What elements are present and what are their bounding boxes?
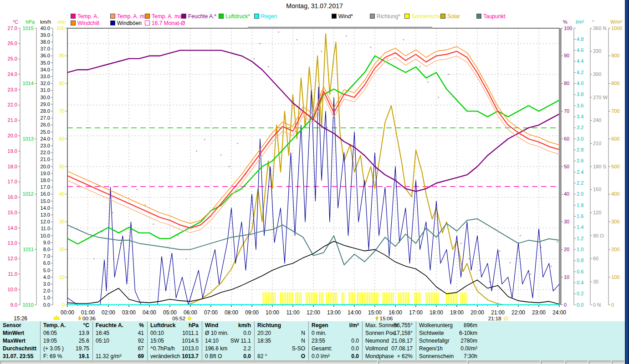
svg-text:19.0: 19.0 — [41, 171, 50, 176]
legend-label: Richtung* — [377, 13, 400, 20]
svg-text:30: 30 — [59, 219, 65, 224]
legend-item-1-5: Regen — [254, 13, 277, 19]
svg-text:6.0: 6.0 — [43, 260, 50, 266]
svg-text:23.0: 23.0 — [41, 143, 50, 148]
svg-text:11.0: 11.0 — [41, 226, 50, 231]
table-cell: 00:101011.1 — [148, 329, 202, 337]
svg-text:25.0: 25.0 — [8, 56, 17, 61]
table-cell: Max. Sonnen56,755° — [363, 322, 416, 329]
legend-swatch-icon — [219, 14, 224, 19]
legend-label: Temp. A. max — [152, 13, 185, 20]
cell-value: 0.0 — [204, 353, 251, 360]
svg-text:35.0: 35.0 — [41, 60, 50, 66]
svg-text:03:00: 03:00 — [122, 309, 136, 316]
svg-text:26.0: 26.0 — [41, 122, 50, 127]
svg-text:0.0: 0.0 — [43, 302, 50, 308]
legend-swatch-icon — [145, 20, 150, 25]
moonrise-icon — [375, 316, 378, 320]
legend-swatch-icon — [110, 14, 115, 19]
svg-text:400: 400 — [611, 191, 619, 197]
svg-text:1014: 1014 — [23, 81, 34, 86]
table-column-4: Windkm/hØ 10 min.0.014:10SW 11.1196.6 km… — [202, 321, 255, 361]
cell-value: SW 11.1 — [204, 337, 251, 345]
statusbar-panel-0 — [0, 361, 378, 364]
statusbar-panel-2 — [468, 361, 540, 364]
svg-text:°: ° — [592, 19, 594, 25]
svg-text:80: 80 — [59, 81, 65, 86]
stats-table: SensorMinWertMaxWertDurchschnitt31.07. 2… — [0, 321, 625, 361]
svg-text:26.0: 26.0 — [8, 40, 17, 46]
table-cell: MinWert — [0, 329, 40, 337]
svg-text:1.8: 1.8 — [577, 202, 583, 208]
svg-text:W/m²: W/m² — [610, 19, 623, 25]
legend-swatch-icon — [71, 20, 76, 25]
svg-text:27.0: 27.0 — [8, 25, 17, 31]
cell-value: 19.1 — [42, 353, 89, 360]
svg-text:11:00: 11:00 — [286, 309, 299, 316]
table-column-7: Max. Sonnen56,755°Sonnen Pos-17,158°Neum… — [362, 321, 416, 361]
table-cell: Windkm/h — [202, 322, 255, 329]
table-cell: Sonnen Pos-17,158° — [363, 329, 416, 337]
legend-label: Wind* — [338, 13, 353, 20]
table-cell: Sensor — [0, 322, 40, 329]
legend-label: Windchill — [77, 20, 99, 26]
svg-text:14.0: 14.0 — [8, 225, 17, 231]
cell-value: 07.08.17 — [364, 345, 413, 353]
table-cell: F: 69 %19.1 — [41, 353, 93, 360]
cell-value: 19.75 — [42, 345, 89, 353]
svg-text:06:00: 06:00 — [184, 309, 197, 316]
svg-text:5.0: 5.0 — [43, 268, 50, 273]
svg-text:33.0: 33.0 — [41, 74, 50, 79]
svg-text:16.0: 16.0 — [8, 194, 17, 200]
cell-value: 2.2 — [204, 345, 251, 353]
cell-value: 13.9 — [42, 329, 89, 337]
svg-text:15.0: 15.0 — [8, 210, 17, 215]
cell-label: MaxWert — [3, 337, 26, 345]
legend-item-2-1: Windböen — [110, 20, 142, 26]
cell-value: 69 — [95, 353, 144, 360]
svg-text:90: 90 — [59, 53, 65, 58]
table-cell: 82 °O — [255, 353, 309, 360]
svg-text:3.6: 3.6 — [577, 103, 583, 108]
svg-text:1000: 1000 — [611, 25, 622, 31]
svg-text:38.0: 38.0 — [41, 39, 50, 45]
svg-text:13.0: 13.0 — [8, 240, 17, 246]
svg-text:20: 20 — [59, 247, 65, 252]
svg-text:05:52: 05:52 — [172, 316, 185, 321]
legend-item-1-7: Richtung* — [370, 13, 400, 19]
table-cell: 05:1092 — [93, 337, 148, 345]
cell-value: 67 — [95, 345, 144, 353]
svg-text:80: 80 — [564, 81, 569, 86]
cell-value: 6-10km — [418, 329, 477, 337]
svg-text:40.0: 40.0 — [41, 25, 50, 31]
table-cell: Ø 10 min.0.0 — [202, 329, 255, 337]
table-cell: veränderlich1013.7 — [148, 353, 202, 360]
svg-text:1.0: 1.0 — [577, 247, 583, 252]
svg-text:60: 60 — [564, 136, 569, 142]
cell-value: 896m — [418, 322, 477, 329]
legend-swatch-icon — [71, 14, 76, 19]
cell-value: km/h — [204, 322, 251, 329]
svg-text:8.0: 8.0 — [43, 247, 50, 252]
svg-text:12.0: 12.0 — [8, 256, 17, 261]
table-cell: Regen/1h0.0l/m² — [416, 345, 542, 353]
table-cell: Durchschnitt — [0, 345, 40, 353]
svg-text:4.0: 4.0 — [577, 81, 583, 86]
table-cell: 31.07. 23:55 — [0, 353, 40, 360]
svg-text:1012: 1012 — [23, 191, 34, 197]
cell-value: -17,158° — [364, 329, 413, 337]
legend-item-1-8: Sonnenschein — [404, 13, 446, 19]
cell-value: O — [256, 353, 305, 360]
cell-value: 41 — [95, 329, 144, 337]
svg-text:23.0: 23.0 — [8, 87, 17, 92]
legend-item-1-2: Temp. A. max — [145, 13, 185, 19]
svg-text:0 N: 0 N — [593, 302, 601, 308]
svg-text:20.0: 20.0 — [41, 164, 50, 169]
svg-text:13:00: 13:00 — [327, 309, 341, 316]
svg-text:18.0: 18.0 — [8, 164, 17, 169]
svg-text:240: 240 — [593, 117, 601, 123]
svg-text:32.0: 32.0 — [41, 81, 50, 86]
svg-text:210: 210 — [593, 141, 601, 146]
svg-text:3.8: 3.8 — [577, 91, 583, 97]
legend-item-1-1: Temp. A. min — [110, 13, 148, 19]
